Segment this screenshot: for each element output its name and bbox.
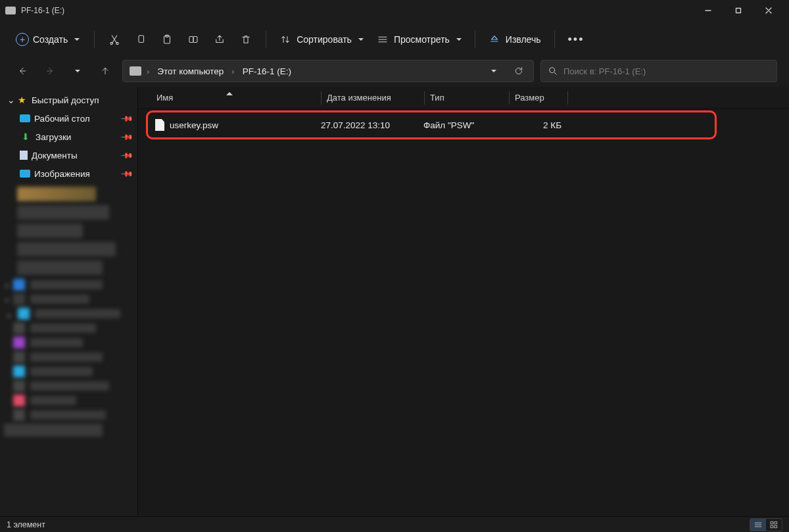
sidebar-item-documents[interactable]: Документы 📌 xyxy=(0,146,137,164)
svg-point-1 xyxy=(110,42,112,44)
svg-rect-0 xyxy=(736,9,741,13)
search-bar[interactable] xyxy=(540,60,777,82)
nav-row: › Этот компьютер › PF-16-1 (E:) xyxy=(0,58,789,87)
pin-icon: 📌 xyxy=(120,130,134,144)
titlebar: PF-16-1 (E:) xyxy=(0,0,789,21)
svg-rect-3 xyxy=(139,36,144,43)
forward-button[interactable] xyxy=(39,60,60,82)
recent-dropdown-button[interactable] xyxy=(67,60,88,82)
details-view-button[interactable] xyxy=(750,519,766,531)
desktop-icon xyxy=(20,114,30,122)
sidebar-item-blurred xyxy=(0,395,137,406)
window-controls xyxy=(693,0,784,21)
column-type[interactable]: Тип xyxy=(425,93,509,103)
pictures-icon xyxy=(20,170,30,178)
search-input[interactable] xyxy=(563,66,770,76)
breadcrumb-current[interactable]: PF-16-1 (E:) xyxy=(240,66,294,76)
file-row[interactable]: userkey.psw 27.07.2022 13:10 Файл "PSW" … xyxy=(138,112,789,138)
sidebar-item-blurred xyxy=(0,366,137,377)
breadcrumb-root[interactable]: Этот компьютер xyxy=(155,66,226,76)
address-dropdown-button[interactable] xyxy=(483,62,504,80)
column-date[interactable]: Дата изменения xyxy=(322,93,424,103)
status-bar: 1 элемент xyxy=(0,516,789,532)
chevron-down-icon xyxy=(358,38,364,41)
sidebar-item-blurred xyxy=(0,380,137,392)
toolbar: + Создать Сортировать Просмотреть Извлеч… xyxy=(0,21,789,58)
sidebar-item-blurred xyxy=(0,351,137,363)
chevron-down-icon xyxy=(75,70,80,72)
sidebar-section-blurred: ⌄ xyxy=(0,308,137,320)
svg-rect-6 xyxy=(189,37,193,43)
column-label: Тип xyxy=(425,93,444,103)
toolbar-separator xyxy=(554,31,555,48)
minimize-button[interactable] xyxy=(693,0,723,21)
svg-rect-9 xyxy=(771,521,773,524)
sort-asc-icon xyxy=(226,92,233,95)
sidebar-item-blurred xyxy=(17,224,83,238)
sidebar-item-blurred xyxy=(17,187,96,201)
column-size[interactable]: Размер xyxy=(510,93,567,103)
sidebar-item-blurred xyxy=(17,242,116,256)
pin-icon: 📌 xyxy=(120,149,134,162)
chevron-down-icon: ⌄ xyxy=(7,95,16,105)
sidebar-item-label: Изображения xyxy=(34,169,122,179)
sidebar-item-label: Загрузки xyxy=(36,132,122,142)
drive-icon xyxy=(130,66,141,76)
eject-label: Извлечь xyxy=(506,34,541,45)
create-button[interactable]: + Создать xyxy=(12,28,86,51)
eject-button[interactable]: Извлечь xyxy=(483,28,546,51)
chevron-down-icon xyxy=(456,38,462,41)
delete-button[interactable] xyxy=(234,28,258,51)
svg-point-2 xyxy=(116,42,118,44)
paste-button[interactable] xyxy=(155,28,179,51)
sidebar-item-pictures[interactable]: Изображения 📌 xyxy=(0,164,137,183)
back-button[interactable] xyxy=(12,60,33,82)
pin-icon: 📌 xyxy=(120,112,134,126)
chevron-down-icon xyxy=(491,70,496,72)
documents-icon xyxy=(20,151,28,160)
window-title: PF-16-1 (E:) xyxy=(21,6,64,15)
sort-label: Сортировать xyxy=(297,34,352,45)
sort-button[interactable]: Сортировать xyxy=(274,28,369,51)
sidebar-quick-access[interactable]: ⌄ ★ Быстрый доступ xyxy=(0,91,137,109)
toolbar-separator xyxy=(266,31,266,48)
sidebar-item-blurred xyxy=(17,205,109,220)
view-label: Просмотреть xyxy=(394,34,450,45)
file-type: Файл "PSW" xyxy=(423,120,508,130)
rename-button[interactable] xyxy=(181,28,205,51)
share-button[interactable] xyxy=(208,28,231,51)
view-button[interactable]: Просмотреть xyxy=(371,28,467,51)
more-icon: ••• xyxy=(568,33,585,47)
file-list: Имя Дата изменения Тип Размер userkey.ps… xyxy=(138,87,789,516)
sidebar-item-downloads[interactable]: ⬇ Загрузки 📌 xyxy=(0,128,137,146)
file-icon xyxy=(155,119,164,131)
sidebar-item-label: Документы xyxy=(32,151,122,160)
column-label: Дата изменения xyxy=(322,93,391,103)
file-size: 2 КБ xyxy=(508,120,565,130)
svg-rect-10 xyxy=(775,521,777,524)
search-icon xyxy=(548,66,558,76)
refresh-button[interactable] xyxy=(508,62,529,80)
sidebar-item-label: Рабочий стол xyxy=(34,114,122,124)
maximize-button[interactable] xyxy=(723,0,753,21)
copy-button[interactable] xyxy=(129,28,153,51)
sidebar-item-blurred xyxy=(0,322,137,334)
main-area: ⌄ ★ Быстрый доступ Рабочий стол 📌 ⬇ Загр… xyxy=(0,87,789,516)
up-button[interactable] xyxy=(95,60,116,82)
sidebar-item-desktop[interactable]: Рабочий стол 📌 xyxy=(0,109,137,128)
sidebar-item-blurred xyxy=(0,423,137,437)
svg-point-8 xyxy=(550,68,555,73)
cut-button[interactable] xyxy=(103,28,126,51)
address-bar[interactable]: › Этот компьютер › PF-16-1 (E:) xyxy=(122,60,534,82)
sidebar-section-blurred: › xyxy=(0,293,137,305)
view-toggle xyxy=(750,518,782,531)
column-name[interactable]: Имя xyxy=(138,93,321,103)
sidebar-section-blurred: › xyxy=(0,279,137,291)
thumbnails-view-button[interactable] xyxy=(766,519,782,531)
close-button[interactable] xyxy=(753,0,784,21)
plus-circle-icon: + xyxy=(16,33,29,46)
more-button[interactable]: ••• xyxy=(563,28,590,51)
breadcrumb-separator: › xyxy=(145,66,151,76)
column-label: Имя xyxy=(156,93,173,103)
sidebar-item-blurred xyxy=(17,260,103,275)
